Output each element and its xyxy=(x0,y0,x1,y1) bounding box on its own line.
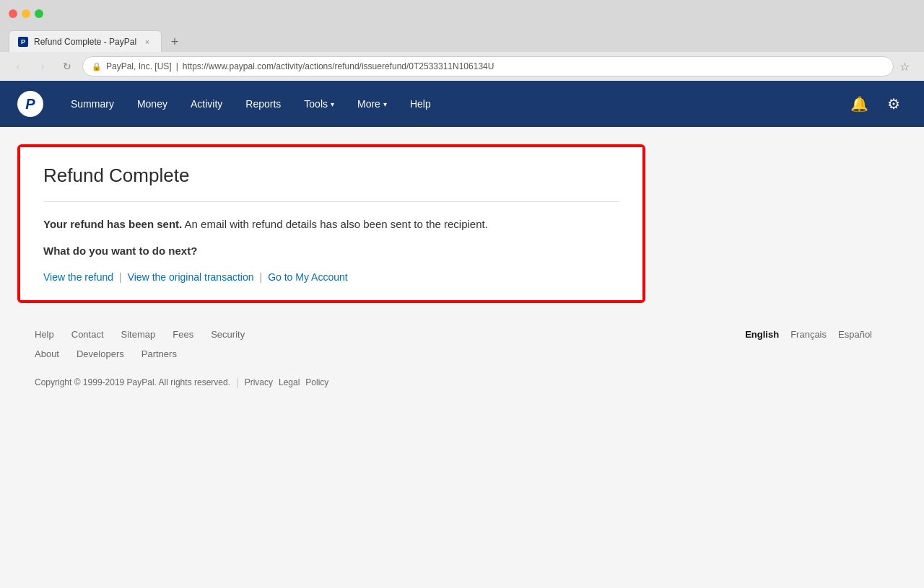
go-to-account-link[interactable]: Go to My Account xyxy=(268,271,348,283)
address-url: https://www.paypal.com/activity/actions/… xyxy=(183,61,494,71)
close-window-btn[interactable] xyxy=(9,9,17,18)
footer-link-contact[interactable]: Contact xyxy=(71,329,104,340)
new-tab-btn[interactable]: + xyxy=(165,32,185,52)
address-bar: ‹ › ↻ 🔒 PayPal, Inc. [US] | https://www.… xyxy=(0,52,924,81)
lang-spanish[interactable]: Español xyxy=(838,329,872,340)
nav-item-activity[interactable]: Activity xyxy=(180,92,232,115)
address-input[interactable]: 🔒 PayPal, Inc. [US] | https://www.paypal… xyxy=(82,56,894,76)
paypal-logo[interactable]: P xyxy=(17,91,43,117)
settings-btn[interactable]: ⚙ xyxy=(881,91,907,117)
main-content: Refund Complete Your refund has been sen… xyxy=(0,127,924,420)
footer-divider: | xyxy=(236,377,239,388)
copyright-text: Copyright © 1999-2019 PayPal. All rights… xyxy=(35,377,230,387)
nav-item-help[interactable]: Help xyxy=(400,92,441,115)
notifications-btn[interactable]: 🔔 xyxy=(846,91,872,117)
address-separator: | xyxy=(176,61,178,71)
paypal-navbar: P Summary Money Activity Reports Tools ▾… xyxy=(0,81,924,127)
link-separator-1: | xyxy=(119,271,122,283)
footer-link-security[interactable]: Security xyxy=(211,329,245,340)
paypal-logo-text: P xyxy=(25,96,35,113)
footer-legal-link[interactable]: Legal xyxy=(279,377,300,387)
nav-item-more[interactable]: More ▾ xyxy=(347,92,397,115)
footer-link-about[interactable]: About xyxy=(35,348,59,359)
refund-body: Your refund has been sent. An email with… xyxy=(43,202,619,283)
footer-link-developers[interactable]: Developers xyxy=(77,348,124,359)
footer-privacy-link[interactable]: Privacy xyxy=(245,377,273,387)
bookmark-btn[interactable]: ☆ xyxy=(899,60,910,74)
address-secure-label: PayPal, Inc. [US] xyxy=(106,61,172,71)
main-nav: Summary Money Activity Reports Tools ▾ M… xyxy=(61,92,846,115)
footer-row-top: Help Contact Sitemap Fees Security Engli… xyxy=(35,329,889,340)
more-chevron-icon: ▾ xyxy=(383,100,387,108)
back-btn[interactable]: ‹ xyxy=(9,57,27,76)
lang-french[interactable]: Français xyxy=(790,329,827,340)
footer-policy-link[interactable]: Policy xyxy=(305,377,328,387)
refund-sent-message: Your refund has been sent. An email with… xyxy=(43,216,619,233)
footer-bottom-links: About Developers Partners xyxy=(35,348,889,359)
nav-item-tools[interactable]: Tools ▾ xyxy=(294,92,344,115)
refund-highlight-box: Refund Complete Your refund has been sen… xyxy=(17,144,645,303)
titlebar xyxy=(0,0,924,27)
lang-english[interactable]: English xyxy=(745,329,779,340)
footer-link-fees[interactable]: Fees xyxy=(173,329,193,340)
language-selector: English Français Español xyxy=(745,329,872,340)
tools-chevron-icon: ▾ xyxy=(331,100,334,108)
refund-card: Refund Complete Your refund has been sen… xyxy=(20,147,642,300)
bell-icon: 🔔 xyxy=(850,95,868,113)
tab-label: Refund Complete - PayPal xyxy=(34,37,136,47)
nav-icons: 🔔 ⚙ xyxy=(846,91,907,117)
refund-action-links: View the refund | View the original tran… xyxy=(43,271,619,283)
gear-icon: ⚙ xyxy=(887,95,900,113)
footer-link-sitemap[interactable]: Sitemap xyxy=(121,329,156,340)
active-tab[interactable]: P Refund Complete - PayPal × xyxy=(9,30,162,52)
lock-icon: 🔒 xyxy=(92,62,102,71)
refund-next-question: What do you want to do next? xyxy=(43,245,619,257)
refund-sent-bold: Your refund has been sent. xyxy=(43,218,182,230)
nav-item-summary[interactable]: Summary xyxy=(61,92,124,115)
maximize-window-btn[interactable] xyxy=(35,9,43,18)
footer-link-partners[interactable]: Partners xyxy=(141,348,177,359)
footer-bottom-row: Copyright © 1999-2019 PayPal. All rights… xyxy=(35,377,889,388)
browser-chrome: P Refund Complete - PayPal × + ‹ › ↻ 🔒 P… xyxy=(0,0,924,81)
nav-item-money[interactable]: Money xyxy=(127,92,178,115)
tab-close-btn[interactable]: × xyxy=(142,37,152,47)
tab-favicon: P xyxy=(18,37,28,47)
view-refund-link[interactable]: View the refund xyxy=(43,271,113,283)
reload-btn[interactable]: ↻ xyxy=(58,57,77,76)
nav-item-reports[interactable]: Reports xyxy=(235,92,291,115)
forward-btn[interactable]: › xyxy=(33,57,52,76)
tab-bar: P Refund Complete - PayPal × + xyxy=(0,27,924,52)
footer: Help Contact Sitemap Fees Security Engli… xyxy=(17,315,907,403)
minimize-window-btn[interactable] xyxy=(22,9,30,18)
refund-sent-rest: An email with refund details has also be… xyxy=(185,218,488,230)
refund-title: Refund Complete xyxy=(43,164,619,202)
view-original-transaction-link[interactable]: View the original transaction xyxy=(128,271,254,283)
traffic-lights xyxy=(9,9,43,18)
link-separator-2: | xyxy=(260,271,263,283)
footer-link-help[interactable]: Help xyxy=(35,329,54,340)
